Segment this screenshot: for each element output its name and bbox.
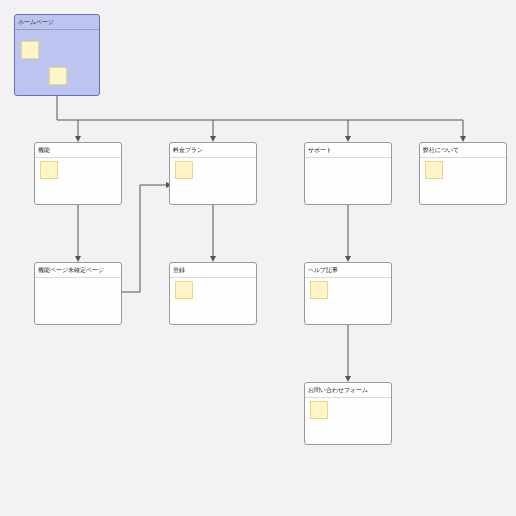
node-support-title: サポート xyxy=(305,143,391,158)
node-features[interactable]: 機能 xyxy=(34,142,122,205)
node-features-sub1-title: 機能ページ未確定ページ xyxy=(35,263,121,278)
sitemap-canvas: ホームページ 機能 料金プラン サポート 弊社について 機能ページ未確定ページ … xyxy=(0,0,516,516)
node-contact-title: お問い合わせフォーム xyxy=(305,383,391,398)
sticky-icon[interactable] xyxy=(175,161,193,179)
sticky-icon[interactable] xyxy=(175,281,193,299)
node-register-title: 登録 xyxy=(170,263,256,278)
node-pricing[interactable]: 料金プラン xyxy=(169,142,257,205)
sticky-icon[interactable] xyxy=(40,161,58,179)
node-features-title: 機能 xyxy=(35,143,121,158)
node-contact[interactable]: お問い合わせフォーム xyxy=(304,382,392,445)
node-register[interactable]: 登録 xyxy=(169,262,257,325)
sticky-icon[interactable] xyxy=(425,161,443,179)
node-support[interactable]: サポート xyxy=(304,142,392,205)
node-home-title: ホームページ xyxy=(15,15,99,30)
sticky-icon[interactable] xyxy=(49,67,67,85)
node-features-sub1[interactable]: 機能ページ未確定ページ xyxy=(34,262,122,325)
node-about-title: 弊社について xyxy=(420,143,506,158)
node-help-title: ヘルプ記事 xyxy=(305,263,391,278)
sticky-icon[interactable] xyxy=(310,281,328,299)
sticky-icon[interactable] xyxy=(21,41,39,59)
node-home[interactable]: ホームページ xyxy=(14,14,100,96)
sticky-icon[interactable] xyxy=(310,401,328,419)
node-pricing-title: 料金プラン xyxy=(170,143,256,158)
node-help[interactable]: ヘルプ記事 xyxy=(304,262,392,325)
node-about[interactable]: 弊社について xyxy=(419,142,507,205)
